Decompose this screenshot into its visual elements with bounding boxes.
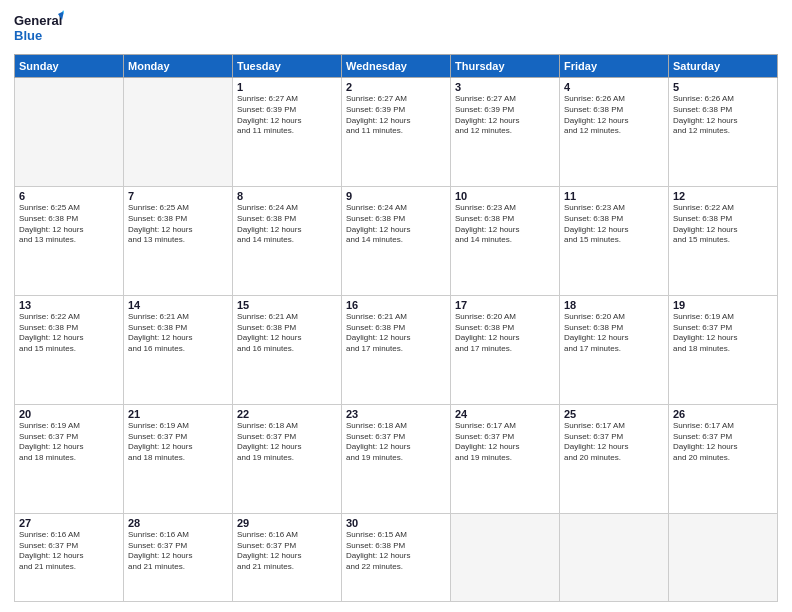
weekday-header: Saturday <box>669 55 778 78</box>
day-info: Sunrise: 6:27 AM Sunset: 6:39 PM Dayligh… <box>237 94 337 137</box>
day-number: 22 <box>237 408 337 420</box>
calendar-day-cell: 17Sunrise: 6:20 AM Sunset: 6:38 PM Dayli… <box>451 295 560 404</box>
calendar-day-cell: 30Sunrise: 6:15 AM Sunset: 6:38 PM Dayli… <box>342 513 451 601</box>
calendar-day-cell: 12Sunrise: 6:22 AM Sunset: 6:38 PM Dayli… <box>669 186 778 295</box>
calendar-week-row: 6Sunrise: 6:25 AM Sunset: 6:38 PM Daylig… <box>15 186 778 295</box>
day-info: Sunrise: 6:22 AM Sunset: 6:38 PM Dayligh… <box>673 203 773 246</box>
day-number: 23 <box>346 408 446 420</box>
day-info: Sunrise: 6:16 AM Sunset: 6:37 PM Dayligh… <box>128 530 228 573</box>
calendar-day-cell: 27Sunrise: 6:16 AM Sunset: 6:37 PM Dayli… <box>15 513 124 601</box>
calendar-week-row: 1Sunrise: 6:27 AM Sunset: 6:39 PM Daylig… <box>15 78 778 187</box>
svg-text:Blue: Blue <box>14 28 42 43</box>
weekday-header: Tuesday <box>233 55 342 78</box>
day-number: 28 <box>128 517 228 529</box>
day-info: Sunrise: 6:16 AM Sunset: 6:37 PM Dayligh… <box>19 530 119 573</box>
day-number: 7 <box>128 190 228 202</box>
day-number: 29 <box>237 517 337 529</box>
calendar-day-cell: 21Sunrise: 6:19 AM Sunset: 6:37 PM Dayli… <box>124 404 233 513</box>
day-number: 14 <box>128 299 228 311</box>
day-number: 11 <box>564 190 664 202</box>
day-info: Sunrise: 6:21 AM Sunset: 6:38 PM Dayligh… <box>346 312 446 355</box>
day-info: Sunrise: 6:21 AM Sunset: 6:38 PM Dayligh… <box>128 312 228 355</box>
weekday-header: Sunday <box>15 55 124 78</box>
day-number: 4 <box>564 81 664 93</box>
calendar-day-cell: 8Sunrise: 6:24 AM Sunset: 6:38 PM Daylig… <box>233 186 342 295</box>
weekday-header: Wednesday <box>342 55 451 78</box>
day-number: 27 <box>19 517 119 529</box>
logo-svg: General Blue <box>14 10 64 46</box>
day-number: 16 <box>346 299 446 311</box>
day-number: 20 <box>19 408 119 420</box>
calendar-day-cell: 20Sunrise: 6:19 AM Sunset: 6:37 PM Dayli… <box>15 404 124 513</box>
day-info: Sunrise: 6:26 AM Sunset: 6:38 PM Dayligh… <box>564 94 664 137</box>
calendar-day-cell: 4Sunrise: 6:26 AM Sunset: 6:38 PM Daylig… <box>560 78 669 187</box>
calendar-week-row: 13Sunrise: 6:22 AM Sunset: 6:38 PM Dayli… <box>15 295 778 404</box>
day-info: Sunrise: 6:27 AM Sunset: 6:39 PM Dayligh… <box>346 94 446 137</box>
day-number: 1 <box>237 81 337 93</box>
calendar-day-cell: 22Sunrise: 6:18 AM Sunset: 6:37 PM Dayli… <box>233 404 342 513</box>
svg-text:General: General <box>14 13 62 28</box>
calendar-day-cell: 3Sunrise: 6:27 AM Sunset: 6:39 PM Daylig… <box>451 78 560 187</box>
calendar-day-cell: 18Sunrise: 6:20 AM Sunset: 6:38 PM Dayli… <box>560 295 669 404</box>
day-info: Sunrise: 6:25 AM Sunset: 6:38 PM Dayligh… <box>19 203 119 246</box>
day-number: 17 <box>455 299 555 311</box>
day-info: Sunrise: 6:20 AM Sunset: 6:38 PM Dayligh… <box>455 312 555 355</box>
day-number: 2 <box>346 81 446 93</box>
page: General Blue SundayMondayTuesdayWednesda… <box>0 0 792 612</box>
day-info: Sunrise: 6:25 AM Sunset: 6:38 PM Dayligh… <box>128 203 228 246</box>
calendar-day-cell: 23Sunrise: 6:18 AM Sunset: 6:37 PM Dayli… <box>342 404 451 513</box>
calendar-day-cell: 28Sunrise: 6:16 AM Sunset: 6:37 PM Dayli… <box>124 513 233 601</box>
calendar-day-cell: 2Sunrise: 6:27 AM Sunset: 6:39 PM Daylig… <box>342 78 451 187</box>
calendar-day-cell <box>451 513 560 601</box>
calendar-day-cell: 9Sunrise: 6:24 AM Sunset: 6:38 PM Daylig… <box>342 186 451 295</box>
day-number: 5 <box>673 81 773 93</box>
calendar-day-cell <box>124 78 233 187</box>
day-number: 19 <box>673 299 773 311</box>
day-info: Sunrise: 6:24 AM Sunset: 6:38 PM Dayligh… <box>237 203 337 246</box>
weekday-header: Monday <box>124 55 233 78</box>
day-number: 3 <box>455 81 555 93</box>
calendar-day-cell <box>560 513 669 601</box>
day-number: 12 <box>673 190 773 202</box>
day-info: Sunrise: 6:19 AM Sunset: 6:37 PM Dayligh… <box>19 421 119 464</box>
day-info: Sunrise: 6:18 AM Sunset: 6:37 PM Dayligh… <box>237 421 337 464</box>
weekday-header: Thursday <box>451 55 560 78</box>
calendar-week-row: 20Sunrise: 6:19 AM Sunset: 6:37 PM Dayli… <box>15 404 778 513</box>
calendar-day-cell: 15Sunrise: 6:21 AM Sunset: 6:38 PM Dayli… <box>233 295 342 404</box>
day-info: Sunrise: 6:21 AM Sunset: 6:38 PM Dayligh… <box>237 312 337 355</box>
day-info: Sunrise: 6:17 AM Sunset: 6:37 PM Dayligh… <box>564 421 664 464</box>
header: General Blue <box>14 10 778 46</box>
calendar-day-cell: 16Sunrise: 6:21 AM Sunset: 6:38 PM Dayli… <box>342 295 451 404</box>
calendar-day-cell: 7Sunrise: 6:25 AM Sunset: 6:38 PM Daylig… <box>124 186 233 295</box>
day-info: Sunrise: 6:17 AM Sunset: 6:37 PM Dayligh… <box>455 421 555 464</box>
logo: General Blue <box>14 10 64 46</box>
day-number: 30 <box>346 517 446 529</box>
calendar-day-cell: 25Sunrise: 6:17 AM Sunset: 6:37 PM Dayli… <box>560 404 669 513</box>
calendar-day-cell: 10Sunrise: 6:23 AM Sunset: 6:38 PM Dayli… <box>451 186 560 295</box>
day-info: Sunrise: 6:27 AM Sunset: 6:39 PM Dayligh… <box>455 94 555 137</box>
day-info: Sunrise: 6:20 AM Sunset: 6:38 PM Dayligh… <box>564 312 664 355</box>
day-info: Sunrise: 6:23 AM Sunset: 6:38 PM Dayligh… <box>564 203 664 246</box>
calendar-table: SundayMondayTuesdayWednesdayThursdayFrid… <box>14 54 778 602</box>
day-number: 26 <box>673 408 773 420</box>
day-number: 18 <box>564 299 664 311</box>
weekday-header-row: SundayMondayTuesdayWednesdayThursdayFrid… <box>15 55 778 78</box>
day-info: Sunrise: 6:19 AM Sunset: 6:37 PM Dayligh… <box>673 312 773 355</box>
calendar-day-cell: 6Sunrise: 6:25 AM Sunset: 6:38 PM Daylig… <box>15 186 124 295</box>
day-info: Sunrise: 6:19 AM Sunset: 6:37 PM Dayligh… <box>128 421 228 464</box>
day-info: Sunrise: 6:16 AM Sunset: 6:37 PM Dayligh… <box>237 530 337 573</box>
day-info: Sunrise: 6:26 AM Sunset: 6:38 PM Dayligh… <box>673 94 773 137</box>
calendar-day-cell: 5Sunrise: 6:26 AM Sunset: 6:38 PM Daylig… <box>669 78 778 187</box>
calendar-day-cell: 14Sunrise: 6:21 AM Sunset: 6:38 PM Dayli… <box>124 295 233 404</box>
calendar-day-cell: 29Sunrise: 6:16 AM Sunset: 6:37 PM Dayli… <box>233 513 342 601</box>
calendar-day-cell: 26Sunrise: 6:17 AM Sunset: 6:37 PM Dayli… <box>669 404 778 513</box>
calendar-day-cell <box>15 78 124 187</box>
calendar-day-cell: 11Sunrise: 6:23 AM Sunset: 6:38 PM Dayli… <box>560 186 669 295</box>
calendar-day-cell <box>669 513 778 601</box>
day-info: Sunrise: 6:24 AM Sunset: 6:38 PM Dayligh… <box>346 203 446 246</box>
day-info: Sunrise: 6:18 AM Sunset: 6:37 PM Dayligh… <box>346 421 446 464</box>
day-info: Sunrise: 6:22 AM Sunset: 6:38 PM Dayligh… <box>19 312 119 355</box>
calendar-day-cell: 1Sunrise: 6:27 AM Sunset: 6:39 PM Daylig… <box>233 78 342 187</box>
day-info: Sunrise: 6:23 AM Sunset: 6:38 PM Dayligh… <box>455 203 555 246</box>
calendar-day-cell: 19Sunrise: 6:19 AM Sunset: 6:37 PM Dayli… <box>669 295 778 404</box>
